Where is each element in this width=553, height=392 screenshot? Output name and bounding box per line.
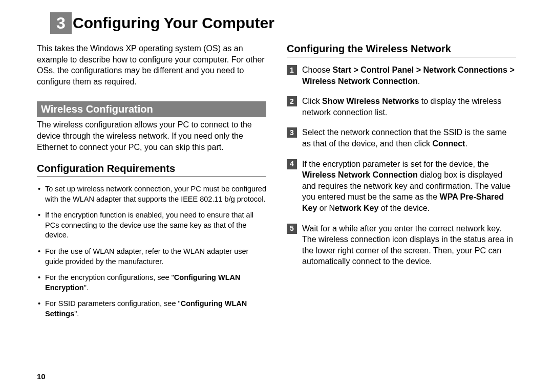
chapter-heading: 3 Configuring Your Computer — [50, 12, 516, 34]
step-item: 5 Wait for a while after you enter the c… — [287, 223, 516, 267]
step-number-badge: 3 — [287, 127, 297, 138]
section-bar-wireless-config: Wireless Configuration — [37, 101, 266, 117]
list-item-text: For SSID parameters configuration, see " — [45, 299, 181, 308]
step-text: Select the network connection that the S… — [302, 127, 516, 149]
step-text-bold: Wireless Network Connection — [302, 170, 418, 179]
section-body-wireless-config: The wireless configuration allows your P… — [37, 119, 266, 153]
step-text: Wait for a while after you enter the cor… — [302, 223, 516, 267]
page-number: 10 — [37, 372, 46, 381]
list-item: For the use of WLAN adapter, refer to th… — [37, 247, 266, 267]
step-text-segment: If the encryption parameter is set for t… — [302, 160, 489, 168]
step-item: 1 Choose Start > Control Panel > Network… — [287, 64, 516, 86]
step-item: 3 Select the network connection that the… — [287, 127, 516, 149]
step-text-segment: . — [465, 139, 467, 148]
step-text-segment: . — [418, 77, 420, 85]
step-number-badge: 5 — [287, 224, 297, 234]
requirements-list: To set up wireless network connection, y… — [37, 184, 266, 319]
step-text: Choose Start > Control Panel > Network C… — [302, 64, 516, 86]
list-item: For SSID parameters configuration, see "… — [37, 299, 266, 319]
subhead-config-requirements: Configuration Requirements — [37, 163, 266, 177]
step-text-segment: Choose — [302, 66, 333, 74]
step-text-bold: Connect — [432, 139, 465, 148]
chapter-title: Configuring Your Computer — [73, 14, 274, 32]
list-item-text: For the encryption configurations, see " — [45, 273, 174, 281]
step-text-segment: Click — [302, 97, 322, 105]
list-item-text: ". — [74, 310, 79, 318]
step-text: If the encryption parameter is set for t… — [302, 159, 516, 214]
step-text-bold: etwork Key — [335, 204, 378, 212]
step-number-badge: 1 — [287, 65, 297, 75]
step-text-bold: Show Wireless Networks — [322, 97, 419, 105]
step-text: Click Show Wireless Networks to display … — [302, 96, 516, 118]
steps-list: 1 Choose Start > Control Panel > Network… — [287, 64, 516, 267]
list-item: To set up wireless network connection, y… — [37, 184, 266, 204]
list-item-text: ". — [84, 284, 89, 292]
step-item: 4 If the encryption parameter is set for… — [287, 159, 516, 214]
list-item: For the encryption configurations, see "… — [37, 273, 266, 293]
chapter-number-badge: 3 — [50, 12, 72, 34]
page-container: 3 Configuring Your Computer This takes t… — [0, 0, 553, 325]
list-item: If the encryption function is enabled, y… — [37, 210, 266, 241]
step-text-segment: or N — [317, 204, 335, 212]
step-text-segment: Select the network connection that the S… — [302, 128, 506, 148]
step-number-badge: 2 — [287, 96, 297, 106]
step-number-badge: 4 — [287, 159, 297, 169]
subhead-configuring-wireless-network: Configuring the Wireless Network — [287, 43, 516, 57]
two-column-layout: This takes the Windows XP operating syst… — [37, 43, 516, 325]
step-text-segment: of the device. — [378, 204, 430, 212]
step-item: 2 Click Show Wireless Networks to displa… — [287, 96, 516, 118]
right-column: Configuring the Wireless Network 1 Choos… — [287, 43, 516, 325]
step-text-bold: Start > Control Panel > Network Connecti… — [302, 66, 515, 85]
intro-paragraph: This takes the Windows XP operating syst… — [37, 43, 266, 87]
left-column: This takes the Windows XP operating syst… — [37, 43, 266, 325]
